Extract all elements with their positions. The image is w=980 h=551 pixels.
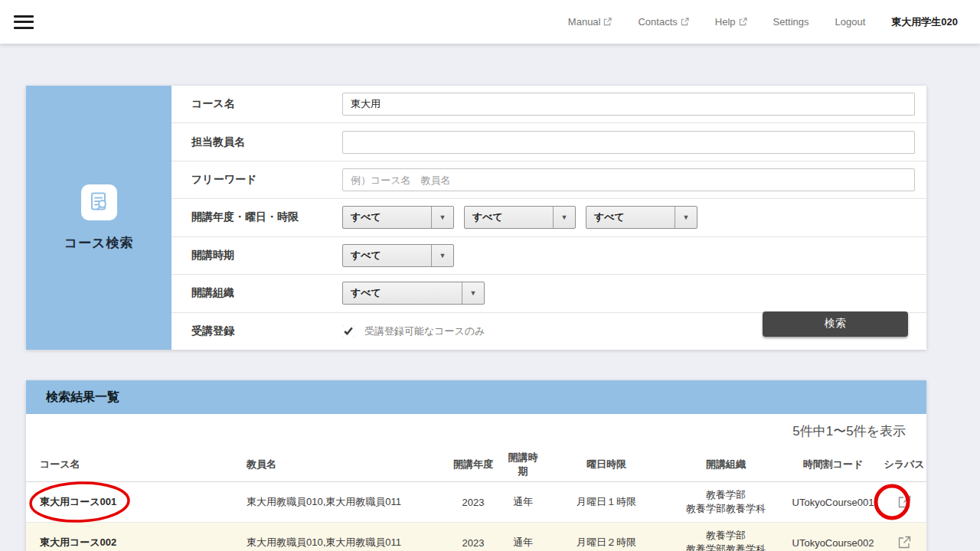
field-label-year-day-period: 開講年度・曜日・時限 bbox=[172, 210, 342, 224]
year-select[interactable]: すべて ▼ bbox=[342, 206, 454, 229]
chevron-down-icon: ▼ bbox=[675, 207, 697, 228]
top-header: Manual Contacts Help Settings Logout bbox=[0, 0, 980, 44]
table-row: 東大用コース002 東大用教職員010,東大用教職員011 2023 通年 月曜… bbox=[26, 523, 926, 551]
teachers-cell: 東大用教職員010,東大用教職員011 bbox=[240, 536, 446, 549]
table-header-row: コース名 教員名 開講年度 開講時期 曜日時限 開講組織 時間割コード シラバス bbox=[26, 448, 926, 482]
registration-checkbox[interactable] bbox=[342, 325, 354, 337]
day-period-cell: 月曜日２時限 bbox=[545, 536, 668, 549]
nav-help[interactable]: Help bbox=[715, 16, 747, 28]
external-link-icon bbox=[739, 18, 747, 26]
organization-select[interactable]: すべて ▼ bbox=[342, 282, 485, 305]
teacher-name-input[interactable] bbox=[342, 131, 915, 154]
chevron-down-icon: ▼ bbox=[431, 207, 453, 228]
field-label-term: 開講時期 bbox=[172, 249, 342, 262]
syllabus-link-icon[interactable] bbox=[895, 533, 913, 551]
course-search-icon bbox=[81, 184, 117, 220]
organization-cell: 教養学部教養学部教養学科 bbox=[668, 488, 784, 515]
course-link[interactable]: 東大用コース002 bbox=[40, 536, 116, 549]
year-cell: 2023 bbox=[446, 497, 501, 508]
course-link[interactable]: 東大用コース001 bbox=[40, 495, 116, 509]
timetable-code-cell: UTokyoCourse001 bbox=[784, 497, 882, 508]
timetable-code-cell: UTokyoCourse002 bbox=[784, 537, 882, 549]
search-form: コース名 担当教員名 フリーワード 開講年度・曜日・時限 すべて ▼ bbox=[172, 86, 926, 350]
results-table: コース名 教員名 開講年度 開講時期 曜日時限 開講組織 時間割コード シラバス… bbox=[26, 448, 926, 551]
field-label-course-name: コース名 bbox=[172, 97, 342, 111]
nav-manual[interactable]: Manual bbox=[568, 16, 612, 28]
field-label-registration: 受講登録 bbox=[172, 324, 342, 338]
course-search-title: コース検索 bbox=[64, 234, 134, 252]
day-select[interactable]: すべて ▼ bbox=[464, 206, 576, 229]
nav-settings[interactable]: Settings bbox=[773, 16, 809, 28]
top-nav: Manual Contacts Help Settings Logout bbox=[542, 15, 958, 29]
results-header: 検索結果一覧 bbox=[26, 380, 926, 414]
menu-icon[interactable] bbox=[14, 15, 34, 29]
search-results-panel: 検索結果一覧 5件中1〜5件を表示 コース名 教員名 開講年度 開講時期 曜日時… bbox=[26, 380, 926, 551]
nav-contacts[interactable]: Contacts bbox=[638, 16, 688, 28]
teachers-cell: 東大用教職員010,東大用教職員011 bbox=[240, 495, 446, 509]
chevron-down-icon: ▼ bbox=[431, 245, 453, 266]
col-header-timetable-code: 時間割コード bbox=[784, 458, 882, 471]
day-period-cell: 月曜日１時限 bbox=[545, 495, 668, 509]
chevron-down-icon: ▼ bbox=[462, 282, 484, 304]
organization-cell: 教養学部教養学部教養学科 bbox=[668, 529, 784, 551]
col-header-organization: 開講組織 bbox=[668, 458, 784, 471]
syllabus-link-icon[interactable] bbox=[895, 493, 913, 511]
field-label-organization: 開講組織 bbox=[172, 286, 342, 300]
col-header-syllabus: シラバス bbox=[882, 458, 926, 471]
col-header-term: 開講時期 bbox=[501, 451, 545, 478]
term-select[interactable]: すべて ▼ bbox=[342, 244, 454, 267]
nav-logout[interactable]: Logout bbox=[835, 16, 866, 28]
search-button[interactable]: 検索 bbox=[763, 311, 908, 337]
period-select[interactable]: すべて ▼ bbox=[586, 206, 697, 229]
results-title: 検索結果一覧 bbox=[46, 390, 119, 406]
free-word-input[interactable] bbox=[342, 168, 915, 191]
table-row: 東大用コース001 東大用教職員010,東大用教職員011 2023 通年 月曜… bbox=[26, 482, 926, 523]
course-name-input[interactable] bbox=[342, 93, 915, 116]
external-link-icon bbox=[603, 18, 612, 26]
results-count: 5件中1〜5件を表示 bbox=[26, 414, 926, 448]
chevron-down-icon: ▼ bbox=[553, 207, 575, 228]
year-cell: 2023 bbox=[446, 537, 501, 549]
term-cell: 通年 bbox=[501, 495, 545, 509]
col-header-course: コース名 bbox=[26, 458, 240, 471]
term-cell: 通年 bbox=[501, 536, 545, 549]
course-search-panel: コース検索 コース名 担当教員名 フリーワード 開講年度・曜日・時限 すべて bbox=[26, 86, 926, 350]
username: 東大用学生020 bbox=[891, 15, 958, 29]
field-label-teacher-name: 担当教員名 bbox=[172, 135, 342, 149]
field-label-free-word: フリーワード bbox=[172, 173, 342, 187]
registration-checkbox-label: 受講登録可能なコースのみ bbox=[364, 324, 485, 338]
col-header-teachers: 教員名 bbox=[240, 458, 446, 471]
course-search-sidebar: コース検索 bbox=[26, 86, 172, 350]
col-header-day-period: 曜日時限 bbox=[545, 458, 668, 471]
external-link-icon bbox=[681, 18, 689, 26]
col-header-year: 開講年度 bbox=[446, 458, 501, 471]
